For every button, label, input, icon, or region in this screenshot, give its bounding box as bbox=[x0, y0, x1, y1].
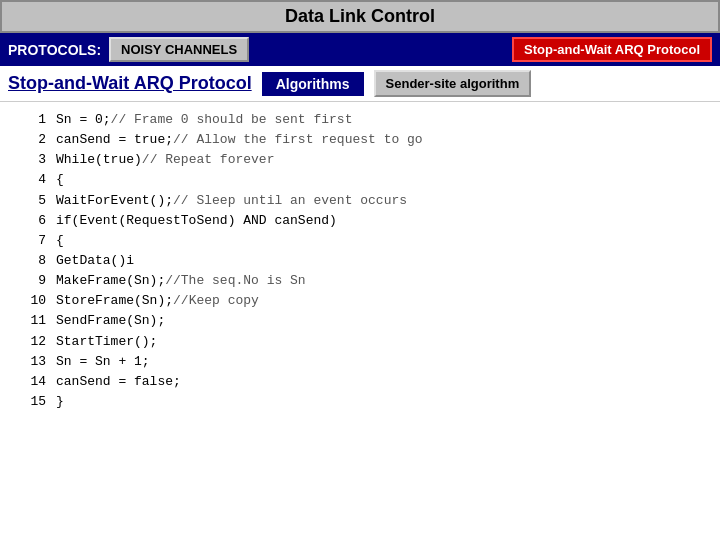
line-number: 11 bbox=[16, 311, 46, 331]
line-number: 3 bbox=[16, 150, 46, 170]
table-row: 14 canSend = false; bbox=[16, 372, 704, 392]
code-text: } bbox=[56, 392, 64, 412]
line-number: 9 bbox=[16, 271, 46, 291]
title-text: Data Link Control bbox=[285, 6, 435, 26]
section-bar: Stop-and-Wait ARQ Protocol Algorithms Se… bbox=[0, 66, 720, 102]
code-text: canSend = false; bbox=[56, 372, 181, 392]
code-text: StartTimer(); bbox=[56, 332, 157, 352]
table-row: 4{ bbox=[16, 170, 704, 190]
code-comment: //Keep copy bbox=[173, 291, 259, 311]
section-title: Stop-and-Wait ARQ Protocol bbox=[8, 73, 252, 94]
table-row: 9 MakeFrame(Sn); //The seq.No is Sn bbox=[16, 271, 704, 291]
line-number: 15 bbox=[16, 392, 46, 412]
line-number: 7 bbox=[16, 231, 46, 251]
code-comment: // Frame 0 should be sent first bbox=[111, 110, 353, 130]
table-row: 13 Sn = Sn + 1; bbox=[16, 352, 704, 372]
code-text: WaitForEvent(); bbox=[56, 191, 173, 211]
table-row: 8 GetData()i bbox=[16, 251, 704, 271]
code-text: Sn = Sn + 1; bbox=[56, 352, 150, 372]
table-row: 15 } bbox=[16, 392, 704, 412]
table-row: 5 WaitForEvent(); // Sleep until an even… bbox=[16, 191, 704, 211]
noisy-channels-button[interactable]: NOISY CHANNELS bbox=[109, 37, 249, 62]
table-row: 6 if(Event(RequestToSend) AND canSend) bbox=[16, 211, 704, 231]
line-number: 10 bbox=[16, 291, 46, 311]
line-number: 2 bbox=[16, 130, 46, 150]
code-text: { bbox=[56, 231, 64, 251]
table-row: 12 StartTimer(); bbox=[16, 332, 704, 352]
code-text: StoreFrame(Sn); bbox=[56, 291, 173, 311]
line-number: 4 bbox=[16, 170, 46, 190]
algorithms-button[interactable]: Algorithms bbox=[262, 72, 364, 96]
code-text: canSend = true; bbox=[56, 130, 173, 150]
code-text: if(Event(RequestToSend) AND canSend) bbox=[56, 211, 337, 231]
stop-wait-link[interactable]: Stop-and-Wait ARQ Protocol bbox=[512, 37, 712, 62]
code-text: SendFrame(Sn); bbox=[56, 311, 165, 331]
code-text: GetData()i bbox=[56, 251, 134, 271]
code-comment: // Allow the first request to go bbox=[173, 130, 423, 150]
table-row: 11 SendFrame(Sn); bbox=[16, 311, 704, 331]
code-comment: //The seq.No is Sn bbox=[165, 271, 305, 291]
code-text: { bbox=[56, 170, 64, 190]
line-number: 14 bbox=[16, 372, 46, 392]
table-row: 2canSend = true; // Allow the first requ… bbox=[16, 130, 704, 150]
table-row: 3While(true) // Repeat forever bbox=[16, 150, 704, 170]
table-row: 10 StoreFrame(Sn); //Keep copy bbox=[16, 291, 704, 311]
code-text: Sn = 0; bbox=[56, 110, 111, 130]
code-text: MakeFrame(Sn); bbox=[56, 271, 165, 291]
code-text: While(true) bbox=[56, 150, 142, 170]
protocols-label: PROTOCOLS: bbox=[8, 42, 101, 58]
code-area: 1Sn = 0; // Frame 0 should be sent first… bbox=[0, 102, 720, 420]
line-number: 1 bbox=[16, 110, 46, 130]
line-number: 6 bbox=[16, 211, 46, 231]
line-number: 13 bbox=[16, 352, 46, 372]
sender-site-button[interactable]: Sender-site algorithm bbox=[374, 70, 532, 97]
table-row: 7 { bbox=[16, 231, 704, 251]
title-bar: Data Link Control bbox=[0, 0, 720, 33]
code-comment: // Sleep until an event occurs bbox=[173, 191, 407, 211]
table-row: 1Sn = 0; // Frame 0 should be sent first bbox=[16, 110, 704, 130]
line-number: 8 bbox=[16, 251, 46, 271]
line-number: 5 bbox=[16, 191, 46, 211]
nav-bar: PROTOCOLS: NOISY CHANNELS Stop-and-Wait … bbox=[0, 33, 720, 66]
code-comment: // Repeat forever bbox=[142, 150, 275, 170]
line-number: 12 bbox=[16, 332, 46, 352]
